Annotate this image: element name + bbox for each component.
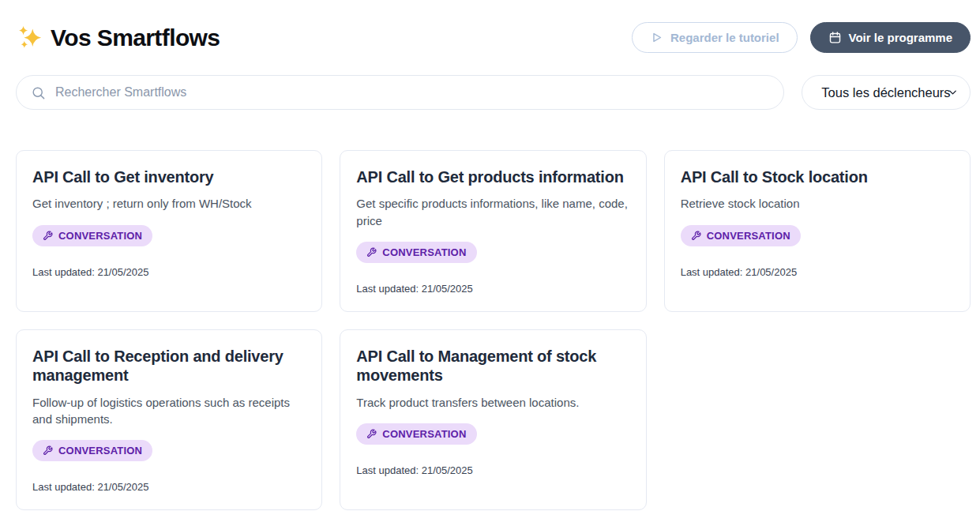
badge-label: CONVERSATION bbox=[382, 428, 466, 440]
triggers-dropdown[interactable]: Tous les déclencheurs bbox=[802, 75, 971, 110]
smartflow-card-reception-delivery[interactable]: API Call to Reception and delivery manag… bbox=[16, 329, 322, 510]
last-updated: Last updated: 21/05/2025 bbox=[32, 266, 306, 278]
calendar-icon bbox=[828, 31, 842, 44]
page-header: Vos Smartflows Regarder le tutoriel Voir… bbox=[16, 22, 971, 53]
conversation-badge: CONVERSATION bbox=[32, 440, 152, 461]
watch-tutorial-label: Regarder le tutoriel bbox=[670, 31, 779, 44]
badge-label: CONVERSATION bbox=[707, 230, 790, 242]
wrench-icon bbox=[43, 231, 53, 241]
triggers-dropdown-label: Tous les déclencheurs bbox=[821, 85, 950, 100]
page-title: Vos Smartflows bbox=[51, 24, 220, 51]
last-updated: Last updated: 21/05/2025 bbox=[681, 266, 954, 278]
header-actions: Regarder le tutoriel Voir le programme bbox=[632, 22, 971, 53]
wrench-icon bbox=[366, 429, 377, 439]
wrench-icon bbox=[43, 445, 53, 456]
card-title: API Call to Management of stock movement… bbox=[356, 347, 629, 385]
title-wrap: Vos Smartflows bbox=[16, 24, 220, 51]
play-icon bbox=[650, 31, 663, 44]
conversation-badge: CONVERSATION bbox=[356, 423, 476, 445]
smartflow-card-get-inventory[interactable]: API Call to Get inventory Get inventory … bbox=[16, 150, 322, 312]
conversation-badge: CONVERSATION bbox=[32, 225, 152, 246]
view-program-label: Voir le programme bbox=[849, 31, 952, 44]
smartflow-card-products-information[interactable]: API Call to Get products information Get… bbox=[340, 150, 646, 312]
badge-label: CONVERSATION bbox=[382, 246, 466, 258]
last-updated: Last updated: 21/05/2025 bbox=[32, 481, 306, 493]
wrench-icon bbox=[366, 247, 377, 257]
watch-tutorial-button[interactable]: Regarder le tutoriel bbox=[632, 22, 798, 53]
card-title: API Call to Reception and delivery manag… bbox=[32, 347, 306, 385]
smartflows-page: Vos Smartflows Regarder le tutoriel Voir… bbox=[0, 0, 980, 511]
card-description: Retrieve stock location bbox=[681, 195, 954, 212]
card-title: API Call to Get products information bbox=[356, 167, 629, 186]
last-updated: Last updated: 21/05/2025 bbox=[356, 283, 629, 295]
card-description: Get inventory ; return only from WH/Stoc… bbox=[32, 195, 306, 212]
last-updated: Last updated: 21/05/2025 bbox=[356, 464, 629, 476]
card-description: Get specific products informations, like… bbox=[356, 195, 629, 229]
view-program-button[interactable]: Voir le programme bbox=[810, 22, 971, 53]
badge-label: CONVERSATION bbox=[58, 445, 142, 457]
smartflow-card-stock-movements[interactable]: API Call to Management of stock movement… bbox=[340, 329, 646, 510]
smartflows-grid: API Call to Get inventory Get inventory … bbox=[16, 150, 971, 510]
sparkles-icon bbox=[16, 24, 43, 51]
smartflow-card-stock-location[interactable]: API Call to Stock location Retrieve stoc… bbox=[664, 150, 971, 312]
chevron-down-icon bbox=[947, 87, 959, 99]
wrench-icon bbox=[691, 231, 701, 241]
badge-label: CONVERSATION bbox=[58, 230, 142, 242]
card-description: Track product transfers between location… bbox=[356, 394, 629, 411]
toolbar: Tous les déclencheurs bbox=[16, 75, 971, 110]
search-icon bbox=[31, 85, 46, 100]
search-box[interactable] bbox=[16, 75, 784, 110]
card-title: API Call to Get inventory bbox=[32, 167, 306, 186]
search-input[interactable] bbox=[55, 85, 769, 100]
card-title: API Call to Stock location bbox=[681, 167, 954, 186]
conversation-badge: CONVERSATION bbox=[681, 225, 801, 246]
card-description: Follow-up of logistics operations such a… bbox=[32, 394, 306, 428]
conversation-badge: CONVERSATION bbox=[356, 242, 476, 263]
